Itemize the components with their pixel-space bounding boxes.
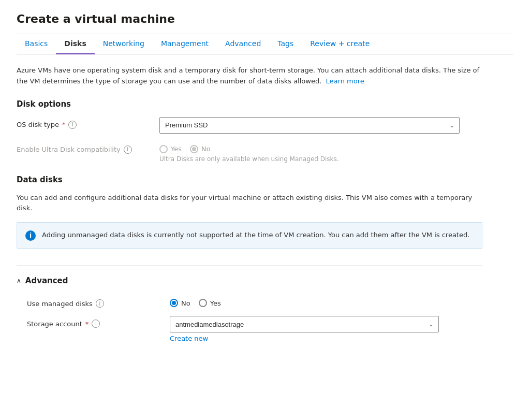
storage-account-label: Storage account * i — [27, 316, 161, 328]
storage-account-info-icon[interactable]: i — [92, 320, 100, 328]
ultra-disk-info-icon[interactable]: i — [124, 146, 132, 154]
learn-more-link[interactable]: Learn more — [326, 77, 364, 85]
advanced-section-title: Advanced — [25, 276, 68, 285]
os-disk-info-icon[interactable]: i — [68, 121, 77, 129]
tab-advanced[interactable]: Advanced — [217, 34, 269, 54]
ultra-disk-no-option[interactable]: No — [190, 145, 211, 153]
os-disk-type-select[interactable]: Premium SSD Standard SSD Standard HDD — [159, 117, 460, 134]
disk-options-title: Disk options — [17, 99, 513, 109]
tab-review-create[interactable]: Review + create — [302, 34, 378, 54]
info-banner-icon: i — [25, 230, 36, 241]
os-disk-type-label: OS disk type * i — [17, 117, 151, 129]
ultra-disk-row: Enable Ultra Disk compatibility i Yes No… — [17, 142, 513, 163]
ultra-disk-radio-group: Yes No — [159, 142, 339, 153]
ultra-disk-label: Enable Ultra Disk compatibility i — [17, 142, 151, 154]
ultra-disk-yes-radio[interactable] — [159, 145, 168, 153]
create-new-link[interactable]: Create new — [170, 335, 439, 342]
storage-account-select[interactable]: antmediamediasotrage — [170, 316, 439, 332]
ultra-disk-yes-option[interactable]: Yes — [159, 145, 182, 153]
info-banner: i Adding unmanaged data disks is current… — [17, 222, 482, 249]
os-disk-type-row: OS disk type * i Premium SSD Standard SS… — [17, 117, 513, 134]
managed-disks-yes-option[interactable]: Yes — [199, 299, 221, 307]
ultra-disk-sub-text: Ultra Disks are only available when usin… — [159, 155, 339, 163]
use-managed-disks-radio-group: No Yes — [170, 296, 221, 307]
managed-disks-no-option[interactable]: No — [170, 299, 190, 307]
use-managed-disks-info-icon[interactable]: i — [96, 299, 104, 308]
data-disks-title: Data disks — [17, 175, 513, 184]
tab-tags[interactable]: Tags — [269, 34, 302, 54]
os-disk-type-select-wrapper: Premium SSD Standard SSD Standard HDD ⌄ — [159, 117, 460, 134]
storage-account-controls: antmediamediasotrage ⌄ Create new — [170, 316, 439, 342]
ultra-disk-controls: Yes No Ultra Disks are only available wh… — [159, 142, 339, 163]
advanced-chevron-icon: ∧ — [17, 277, 21, 284]
tab-basics[interactable]: Basics — [17, 34, 56, 54]
os-disk-required-marker: * — [62, 121, 66, 128]
managed-disks-yes-radio[interactable] — [199, 299, 207, 307]
info-banner-text: Adding unmanaged data disks is currently… — [42, 230, 469, 241]
tab-management[interactable]: Management — [153, 34, 217, 54]
ultra-disk-no-radio[interactable] — [190, 145, 198, 153]
advanced-section: ∧ Advanced Use managed disks i No Yes — [17, 265, 482, 342]
tab-nav: Basics Disks Networking Management Advan… — [17, 34, 513, 55]
tab-disks[interactable]: Disks — [56, 34, 94, 54]
managed-disks-no-radio[interactable] — [170, 299, 178, 307]
disk-options-section: Disk options OS disk type * i Premium SS… — [17, 99, 513, 163]
storage-account-select-wrapper: antmediamediasotrage ⌄ — [170, 316, 439, 332]
data-disks-section: Data disks You can add and configure add… — [17, 175, 513, 249]
advanced-section-header[interactable]: ∧ Advanced — [17, 276, 482, 285]
page-description: Azure VMs have one operating system disk… — [17, 65, 482, 87]
use-managed-disks-row: Use managed disks i No Yes — [27, 296, 482, 308]
storage-account-required-marker: * — [85, 320, 89, 328]
use-managed-disks-label: Use managed disks i — [27, 296, 161, 308]
data-disks-description: You can add and configure additional dat… — [17, 193, 482, 214]
tab-networking[interactable]: Networking — [95, 34, 153, 54]
storage-account-row: Storage account * i antmediamediasotrage… — [27, 316, 482, 342]
page-title: Create a virtual machine — [17, 12, 513, 25]
advanced-section-content: Use managed disks i No Yes Storage accou… — [17, 296, 482, 342]
